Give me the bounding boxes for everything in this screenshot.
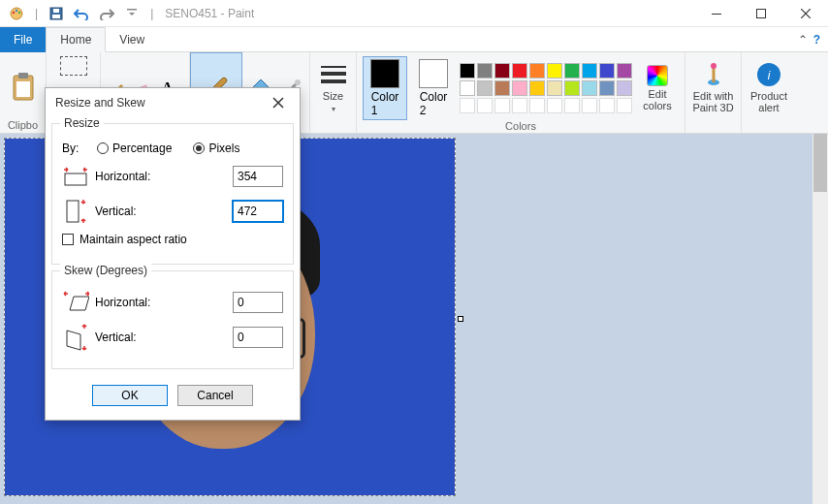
skew-v-input[interactable]: [233, 327, 283, 348]
color-swatch[interactable]: [460, 63, 475, 79]
paint3d-button[interactable]: Edit with Paint 3D: [689, 56, 738, 118]
group-paint3d: Edit with Paint 3D: [685, 52, 742, 133]
percentage-radio[interactable]: Percentage: [97, 142, 172, 155]
minimize-button[interactable]: [694, 0, 739, 27]
tab-file[interactable]: File: [0, 27, 46, 52]
svg-rect-19: [321, 79, 346, 83]
save-icon[interactable]: [46, 3, 67, 24]
dialog-buttons: OK Cancel: [46, 375, 300, 420]
color-swatch-empty[interactable]: [547, 98, 562, 113]
edit-colors-button[interactable]: Edit colors: [636, 57, 679, 119]
color-swatch[interactable]: [460, 80, 475, 96]
color-swatch-empty[interactable]: [582, 98, 597, 113]
clipboard-icon: [10, 74, 37, 101]
color-swatch-empty[interactable]: [529, 98, 545, 113]
tab-view[interactable]: View: [106, 27, 158, 52]
color-swatch-empty[interactable]: [477, 98, 493, 113]
scrollbar-thumb[interactable]: [813, 134, 827, 192]
window-controls: [694, 0, 828, 27]
by-row: By: Percentage Pixels: [62, 142, 283, 155]
color-swatch-empty[interactable]: [564, 98, 580, 113]
color1-button[interactable]: Color 1: [363, 56, 407, 120]
dialog-close-button[interactable]: [267, 91, 290, 114]
color-swatch[interactable]: [564, 63, 580, 79]
color-swatch[interactable]: [512, 80, 527, 96]
color-swatch[interactable]: [582, 63, 597, 79]
separator: |: [35, 7, 38, 20]
group-alert: i Product alert: [742, 52, 796, 133]
size-button[interactable]: Size ▾: [309, 56, 358, 118]
skew-v-icon: [62, 324, 89, 351]
color-swatch[interactable]: [547, 80, 562, 96]
vertical-scrollbar[interactable]: [812, 134, 828, 504]
svg-rect-17: [321, 66, 346, 68]
resize-v-input[interactable]: [233, 201, 283, 222]
select-tool[interactable]: [60, 56, 87, 76]
svg-rect-6: [53, 9, 59, 13]
maintain-ratio-label: Maintain aspect ratio: [80, 233, 187, 246]
svg-rect-5: [52, 15, 60, 18]
group-size: Size ▾: [310, 52, 357, 133]
color-swatch-empty[interactable]: [494, 98, 510, 113]
color-swatch-empty[interactable]: [599, 98, 615, 113]
maintain-ratio-checkbox[interactable]: [62, 234, 74, 245]
resize-legend: Resize: [60, 116, 104, 130]
paste-button[interactable]: [0, 56, 48, 118]
cancel-button[interactable]: Cancel: [177, 385, 253, 406]
skew-v-label: Vertical:: [95, 331, 227, 344]
resize-handle-right[interactable]: [458, 316, 463, 322]
color-swatch[interactable]: [599, 80, 615, 96]
color-swatch[interactable]: [617, 80, 632, 96]
pixels-radio[interactable]: Pixels: [193, 142, 239, 155]
svg-rect-24: [65, 173, 86, 185]
resize-h-label: Horizontal:: [95, 170, 227, 183]
color-swatch[interactable]: [599, 63, 615, 79]
quick-access-toolbar: | | SENO451 - Paint: [0, 3, 254, 24]
color-swatch[interactable]: [529, 80, 545, 96]
skew-legend: Skew (Degrees): [60, 264, 151, 277]
color-swatch[interactable]: [582, 80, 597, 96]
tab-spacer: ⌃ ?: [158, 27, 828, 52]
color-swatch[interactable]: [494, 80, 510, 96]
ribbon-tabs: File Home View ⌃ ?: [0, 27, 828, 52]
color-swatch-empty[interactable]: [460, 98, 475, 113]
color-swatch[interactable]: [617, 63, 632, 79]
skew-fieldset: Skew (Degrees) Horizontal: Vertical:: [51, 270, 294, 369]
redo-icon[interactable]: [96, 3, 117, 24]
resize-v-icon: [62, 198, 89, 225]
help-icon[interactable]: ?: [813, 33, 820, 47]
paint-app-icon[interactable]: [6, 3, 27, 24]
maximize-button[interactable]: [739, 0, 783, 27]
color-swatch-empty[interactable]: [512, 98, 527, 113]
size-icon: [320, 61, 347, 88]
color-swatch[interactable]: [477, 80, 493, 96]
color-swatch-empty[interactable]: [617, 98, 632, 113]
qat-customize-icon[interactable]: [121, 3, 143, 24]
svg-rect-25: [67, 201, 79, 222]
rainbow-icon: [647, 65, 668, 86]
resize-h-input[interactable]: [233, 166, 283, 187]
color2-button[interactable]: Color 2: [411, 59, 456, 117]
skew-h-label: Horizontal:: [95, 296, 227, 309]
chevron-down-icon: ▾: [332, 105, 335, 113]
close-button[interactable]: [783, 0, 828, 27]
resize-v-row: Vertical:: [62, 198, 283, 225]
skew-h-input[interactable]: [233, 292, 283, 313]
svg-point-16: [295, 79, 301, 85]
resize-fieldset: Resize By: Percentage Pixels Horizontal:…: [51, 123, 294, 265]
ok-button[interactable]: OK: [92, 385, 168, 406]
color-swatch[interactable]: [529, 63, 545, 79]
undo-icon[interactable]: [71, 3, 92, 24]
color-swatch[interactable]: [547, 63, 562, 79]
paint3d-icon: [700, 61, 727, 88]
tab-home[interactable]: Home: [46, 27, 106, 52]
product-alert-button[interactable]: i Product alert: [745, 56, 793, 118]
maintain-ratio-row[interactable]: Maintain aspect ratio: [62, 233, 283, 246]
color-swatch[interactable]: [477, 63, 493, 79]
color-swatch[interactable]: [564, 80, 580, 96]
ribbon-collapse-icon[interactable]: ⌃: [798, 33, 808, 47]
color-swatch[interactable]: [494, 63, 510, 79]
skew-v-row: Vertical:: [62, 324, 283, 351]
color-swatch[interactable]: [512, 63, 527, 79]
dialog-title: Resize and Skew: [55, 96, 145, 110]
